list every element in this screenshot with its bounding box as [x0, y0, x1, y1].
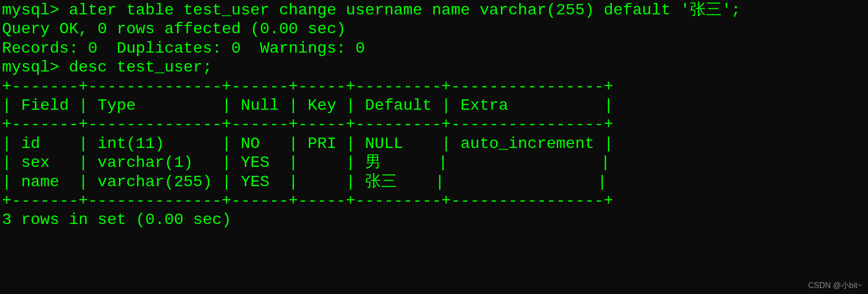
table-border-bottom: +-------+--------------+------+-----+---…	[2, 192, 866, 211]
records-output: Records: 0 Duplicates: 0 Warnings: 0	[2, 39, 866, 58]
alter-table-command: alter table test_user change username na…	[69, 1, 741, 19]
table-row: | id | int(11) | NO | PRI | NULL | auto_…	[2, 135, 866, 153]
rows-in-set-output: 3 rows in set (0.00 sec)	[2, 211, 866, 229]
watermark-text: CSDN @小bit~	[808, 281, 862, 290]
table-row: | name | varchar(255) | YES | | 张三 | |	[2, 173, 866, 192]
table-row: | sex | varchar(1) | YES | | 男 | |	[2, 153, 866, 172]
mysql-prompt: mysql>	[2, 1, 69, 19]
table-border-top: +-------+--------------+------+-----+---…	[2, 77, 866, 96]
mysql-prompt: mysql>	[2, 58, 69, 76]
table-header-row: | Field | Type | Null | Key | Default | …	[2, 96, 866, 115]
query-ok-output: Query OK, 0 rows affected (0.00 sec)	[2, 20, 866, 39]
command-line-1: mysql> alter table test_user change user…	[2, 1, 866, 20]
desc-command: desc test_user;	[69, 58, 212, 76]
table-border-mid: +-------+--------------+------+-----+---…	[2, 115, 866, 134]
command-line-2: mysql> desc test_user;	[2, 58, 866, 77]
